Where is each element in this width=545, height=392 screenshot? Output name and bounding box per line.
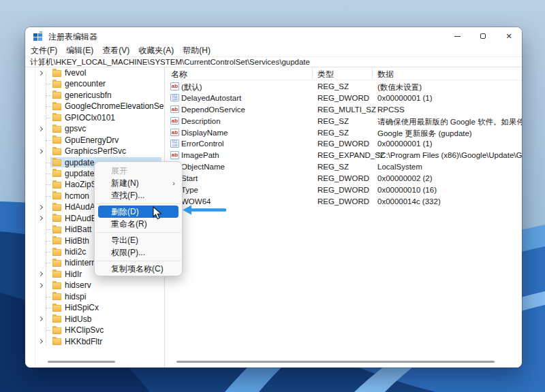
string-value-icon: ab	[170, 105, 179, 114]
folder-icon	[52, 271, 61, 278]
tree-item-hkclipsvc-23[interactable]: HKClipSvc	[25, 325, 164, 336]
value-row-dependonservice[interactable]: abDependOnServiceREG_MULTI_SZRPCSS	[168, 104, 522, 116]
chevron-right-icon[interactable]	[38, 127, 43, 131]
context-menu: 展开新建(N)›查找(F)...删除(D)重命名(R)导出(E)权限(P)...…	[94, 161, 183, 276]
value-data: LocalSystem	[377, 163, 422, 171]
tree-item-label: fvevol	[65, 67, 86, 78]
tree-item-gpioclx0101-4[interactable]: GPIOClx0101	[25, 112, 164, 123]
menubar-item-e[interactable]: 编辑(E)	[66, 45, 93, 56]
minimize-button[interactable]	[444, 27, 470, 45]
desktop: 注册表编辑器 ✕ 文件(F)编辑(E)查看(V)收藏夹(A)帮助(H) 计算机\…	[0, 0, 545, 392]
close-icon: ✕	[505, 33, 512, 40]
context-menu-item-label: 权限(P)...	[111, 248, 145, 257]
context-menu-item-p[interactable]: 权限(P)...	[95, 246, 182, 259]
tree-item-label: hidspi	[65, 291, 86, 302]
tree-connector	[46, 196, 51, 197]
tree-connector	[46, 118, 51, 118]
folder-icon	[52, 249, 61, 256]
tree-item-label: HKKbdFltr	[65, 336, 102, 347]
folder-icon	[52, 305, 61, 312]
context-menu-item-c[interactable]: 复制项名称(C)	[95, 263, 182, 275]
folder-icon	[52, 81, 61, 88]
value-data: 0x00000002 (2)	[377, 174, 433, 182]
chevron-right-icon[interactable]	[38, 216, 43, 220]
close-button[interactable]: ✕	[496, 27, 522, 45]
chevron-right-icon[interactable]	[38, 283, 43, 288]
value-row-type[interactable]: 011110TypeREG_DWORD0x00000010 (16)	[168, 184, 522, 196]
context-menu-item-label: 新建(N)	[111, 178, 139, 188]
value-row-displayname[interactable]: abDisplayNameREG_SZGoogle 更新服务 (gupdate)	[168, 127, 522, 139]
window-controls: ✕	[444, 27, 522, 45]
folder-icon	[52, 70, 61, 77]
menubar-item-a[interactable]: 收藏夹(A)	[138, 45, 174, 56]
tree-item-gencounter-1[interactable]: gencounter	[25, 78, 164, 89]
menubar-item-h[interactable]: 帮助(H)	[183, 45, 211, 56]
tree-horizontal-scrollbar[interactable]	[48, 361, 115, 363]
context-menu-item-label: 复制项名称(C)	[111, 264, 164, 274]
column-header-item-2[interactable]: 数据	[377, 69, 394, 80]
address-bar[interactable]: 计算机\HKEY_LOCAL_MACHINE\SYSTEM\CurrentCon…	[25, 57, 522, 67]
context-menu-item-e[interactable]: 导出(E)	[95, 234, 182, 246]
context-menu-item-d[interactable]: 删除(D)	[98, 206, 178, 218]
tree-item-hidspicx-21[interactable]: HidSpiCx	[25, 302, 164, 313]
chevron-right-icon[interactable]	[38, 149, 43, 154]
column-separator[interactable]	[372, 68, 373, 79]
tree-item-genericusbfn-2[interactable]: genericusbfn	[25, 90, 164, 101]
tree-item-gpsvc-5[interactable]: gpsvc	[25, 123, 164, 134]
column-header-item-1[interactable]: 类型	[317, 69, 334, 80]
folder-icon	[52, 316, 61, 323]
value-name: ImagePath	[181, 151, 219, 159]
value-type: REG_DWORD	[317, 94, 369, 102]
tree-connector	[46, 241, 51, 242]
value-row-item[interactable]: ab(默认)REG_SZ(数值未设置)	[168, 81, 522, 93]
maximize-icon	[480, 33, 486, 39]
tree-item-label: gencounter	[65, 78, 106, 89]
column-header-item-0[interactable]: 名称	[171, 69, 187, 80]
tree-connector	[46, 297, 51, 297]
value-row-errorcontrol[interactable]: 011110ErrorControlREG_DWORD0x00000001 (1…	[168, 138, 522, 150]
menubar-item-f[interactable]: 文件(F)	[31, 45, 57, 56]
tree-item-hidspi-20[interactable]: hidspi	[25, 291, 164, 302]
maximize-button[interactable]	[470, 27, 496, 45]
context-menu-item-r[interactable]: 重命名(R)	[95, 218, 182, 230]
value-row-description[interactable]: abDescriptionREG_SZ请确保使用最新版的 Google 软件。如…	[168, 116, 522, 127]
value-type: REG_DWORD	[317, 197, 369, 206]
value-data: RPCSS	[377, 105, 405, 114]
value-name: ErrorControl	[181, 140, 224, 148]
value-name: DependOnService	[181, 105, 245, 114]
chevron-right-icon[interactable]	[38, 316, 43, 321]
chevron-right-icon[interactable]	[38, 70, 43, 75]
value-row-delayedautostart[interactable]: 011110DelayedAutostartREG_DWORD0x0000000…	[168, 93, 522, 104]
context-menu-item-item[interactable]: 展开	[95, 165, 182, 177]
tree-item-hkkbdfltr-24[interactable]: HKKbdFltr	[25, 336, 164, 347]
tree-item-googlechromeelevationser-3[interactable]: GoogleChromeElevationSer	[25, 101, 164, 112]
context-menu-item-f[interactable]: 查找(F)...	[95, 189, 182, 201]
value-row-objectname[interactable]: abObjectNameREG_SZLocalSystem	[168, 161, 522, 173]
value-type: REG_SZ	[317, 82, 349, 91]
tree-item-label: HaoZipS	[65, 179, 97, 190]
chevron-right-icon[interactable]	[38, 205, 43, 210]
tree-item-graphicsperfsvc-7[interactable]: GraphicsPerfSvc	[25, 146, 164, 157]
tree-item-gpuenergydrv-6[interactable]: GpuEnergyDrv	[25, 135, 164, 146]
column-separator[interactable]	[312, 68, 313, 79]
tree-item-hidserv-19[interactable]: hidserv	[25, 280, 164, 291]
value-row-start[interactable]: 011110StartREG_DWORD0x00000002 (2)	[168, 173, 522, 184]
value-data: 请确保使用最新版的 Google 软件。如果停用或	[377, 117, 522, 127]
chevron-right-icon[interactable]	[38, 339, 43, 344]
value-row-imagepath[interactable]: abImagePathREG_EXPAND_SZ"C:\Program File…	[168, 150, 522, 161]
values-horizontal-scrollbar[interactable]	[176, 361, 495, 363]
mouse-cursor	[153, 206, 162, 220]
tree-connector	[46, 106, 51, 107]
tree-item-label: HidBth	[65, 235, 89, 246]
menubar-item-v[interactable]: 查看(V)	[102, 45, 129, 56]
tree-item-fvevol-0[interactable]: fvevol	[25, 67, 164, 78]
tree-item-label: hidi2c	[65, 246, 86, 257]
dword-value-icon: 011110	[170, 140, 179, 148]
tree-item-hidusb-22[interactable]: HidUsb	[25, 314, 164, 325]
menu-separator	[96, 261, 181, 261]
folder-icon	[52, 114, 61, 121]
chevron-right-icon[interactable]	[38, 272, 43, 276]
tree-connector	[46, 263, 51, 263]
folder-icon	[52, 92, 61, 99]
context-menu-item-n[interactable]: 新建(N)›	[95, 177, 182, 189]
